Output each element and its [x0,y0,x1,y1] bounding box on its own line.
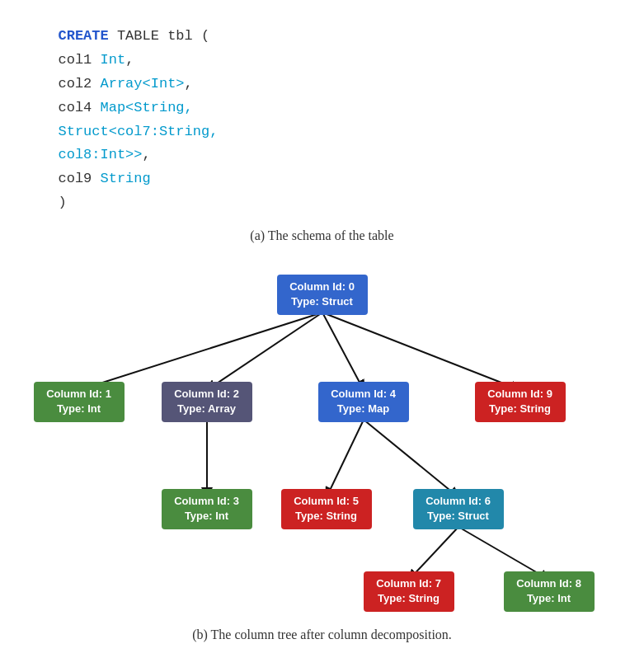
caption-a: (a) The schema of the table [42,228,603,243]
tree-node-n9: Column Id: 9Type: String [475,382,566,421]
svg-line-6 [327,420,364,497]
tree-node-n1: Column Id: 1Type: Int [34,382,125,421]
tree-section: Column Id: 0Type: StructColumn Id: 1Type… [9,266,636,642]
caption-b: (b) The column tree after column decompo… [9,627,636,642]
tree-node-n7: Column Id: 7Type: String [364,571,454,611]
svg-line-7 [364,420,458,497]
tree-node-n8: Column Id: 8Type: Int [504,571,595,611]
tree-lines-svg [9,266,636,621]
svg-line-3 [322,313,364,390]
tree-node-n6: Column Id: 6Type: Struct [413,489,504,529]
svg-line-1 [79,313,322,390]
tree-node-n0: Column Id: 0Type: Struct [277,275,368,314]
tree-node-n4: Column Id: 4Type: Map [318,382,409,421]
code-section: CREATE TABLE tbl ( col1 Int, col2 Array<… [42,16,603,258]
svg-line-4 [322,313,520,390]
tree-node-n3: Column Id: 3Type: Int [162,489,252,529]
svg-line-2 [207,313,322,390]
tree-node-n2: Column Id: 2Type: Array [162,382,252,421]
tree-container: Column Id: 0Type: StructColumn Id: 1Type… [9,266,636,621]
tree-node-n5: Column Id: 5Type: String [281,489,372,529]
code-block: CREATE TABLE tbl ( col1 Int, col2 Array<… [42,16,603,223]
